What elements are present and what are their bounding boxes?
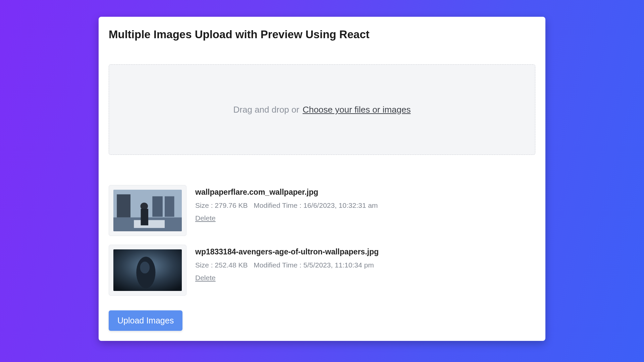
svg-rect-3 (165, 196, 174, 217)
file-list: wallpaperflare.com_wallpaper.jpg Size : … (109, 185, 535, 296)
page-title: Multiple Images Upload with Preview Usin… (109, 28, 535, 41)
svg-point-6 (141, 202, 148, 210)
upload-images-button[interactable]: Upload Images (109, 310, 182, 331)
file-size: Size : 279.76 KB (195, 201, 248, 209)
file-info: wallpaperflare.com_wallpaper.jpg Size : … (195, 185, 378, 222)
file-size: Size : 252.48 KB (195, 261, 248, 269)
svg-rect-2 (117, 194, 130, 218)
thumbnail-image-icon (113, 190, 182, 231)
svg-rect-5 (134, 220, 165, 228)
svg-point-10 (140, 261, 150, 273)
file-row: wp1833184-avengers-age-of-ultron-wallpap… (109, 245, 535, 296)
file-meta: Size : 279.76 KB Modified Time : 16/6/20… (195, 201, 378, 209)
file-info: wp1833184-avengers-age-of-ultron-wallpap… (195, 245, 379, 282)
upload-card: Multiple Images Upload with Preview Usin… (99, 17, 545, 341)
file-meta: Size : 252.48 KB Modified Time : 5/5/202… (195, 261, 379, 269)
delete-button[interactable]: Delete (195, 214, 216, 222)
file-modified: Modified Time : 5/5/2023, 11:10:34 pm (254, 261, 374, 269)
file-name: wallpaperflare.com_wallpaper.jpg (195, 188, 378, 197)
choose-files-link[interactable]: Choose your files or images (303, 105, 411, 115)
file-thumbnail (109, 185, 186, 236)
file-modified: Modified Time : 16/6/2023, 10:32:31 am (254, 201, 378, 209)
delete-button[interactable]: Delete (195, 274, 216, 282)
file-thumbnail (109, 245, 186, 296)
svg-rect-7 (141, 209, 148, 225)
thumbnail-image-icon (113, 249, 182, 291)
svg-rect-4 (152, 196, 163, 217)
file-name: wp1833184-avengers-age-of-ultron-wallpap… (195, 247, 379, 256)
dropzone-prompt: Drag and drop or (233, 105, 300, 115)
dropzone[interactable]: Drag and drop or Choose your files or im… (109, 64, 535, 155)
file-row: wallpaperflare.com_wallpaper.jpg Size : … (109, 185, 535, 236)
